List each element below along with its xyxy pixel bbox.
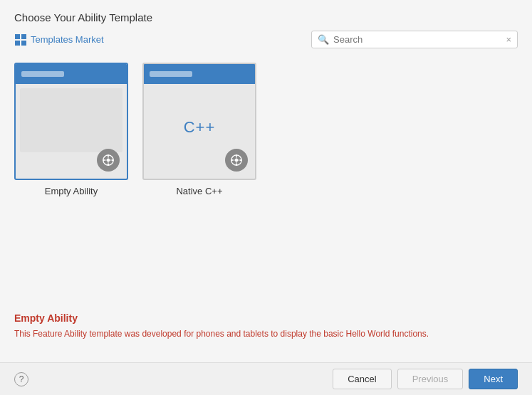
template-thumbnail-empty xyxy=(14,63,128,180)
search-box: 🔍 × xyxy=(311,31,518,48)
svg-rect-2 xyxy=(15,41,20,46)
templates-market-link[interactable]: Templates Market xyxy=(14,33,104,46)
thumb-header-bar xyxy=(21,71,64,77)
cancel-button[interactable]: Cancel xyxy=(333,369,391,389)
thumb-header-empty xyxy=(16,64,127,84)
svg-point-9 xyxy=(112,159,114,162)
thumb-body-empty xyxy=(20,88,122,152)
desc-text: This Feature Ability template was develo… xyxy=(14,327,518,340)
clear-icon[interactable]: × xyxy=(506,34,511,45)
thumb-header-bar-cpp xyxy=(150,71,192,77)
svg-point-17 xyxy=(236,164,238,166)
templates-area: Empty Ability C++ xyxy=(0,56,532,305)
thumb-header-cpp xyxy=(144,64,255,84)
thumb-icon-empty xyxy=(97,149,120,172)
template-card-empty[interactable]: Empty Ability xyxy=(14,63,128,196)
store-icon xyxy=(14,33,27,46)
svg-point-6 xyxy=(108,154,110,157)
template-label-cpp: Native C++ xyxy=(176,186,222,196)
ability-icon-cpp xyxy=(230,154,243,167)
svg-point-16 xyxy=(236,154,238,157)
thumb-icon-cpp xyxy=(225,149,248,172)
svg-rect-3 xyxy=(21,41,26,46)
svg-point-18 xyxy=(231,159,233,162)
svg-point-8 xyxy=(103,159,105,162)
svg-point-19 xyxy=(240,159,242,162)
search-input[interactable] xyxy=(333,34,506,45)
footer: ? Cancel Previous Next xyxy=(0,362,532,395)
search-icon: 🔍 xyxy=(318,34,329,45)
svg-point-15 xyxy=(235,159,239,162)
template-card-cpp[interactable]: C++ Native C++ xyxy=(142,63,256,196)
svg-point-7 xyxy=(108,164,110,166)
svg-rect-1 xyxy=(21,34,26,39)
footer-buttons: Cancel Previous Next xyxy=(333,369,518,389)
svg-point-5 xyxy=(107,159,110,162)
template-thumbnail-cpp: C++ xyxy=(142,63,256,180)
desc-title: Empty Ability xyxy=(14,312,518,324)
previous-button[interactable]: Previous xyxy=(397,369,464,389)
help-icon[interactable]: ? xyxy=(14,372,28,386)
description-area: Empty Ability This Feature Ability templ… xyxy=(0,305,532,362)
svg-rect-0 xyxy=(15,34,20,39)
dialog: Choose Your Ability Template Templates M… xyxy=(0,0,532,395)
dialog-title: Choose Your Ability Template xyxy=(0,0,532,31)
toolbar: Templates Market 🔍 × xyxy=(0,31,532,56)
templates-market-label: Templates Market xyxy=(31,34,104,45)
template-label-empty: Empty Ability xyxy=(45,186,98,196)
next-button[interactable]: Next xyxy=(469,369,518,389)
ability-icon xyxy=(102,154,115,167)
